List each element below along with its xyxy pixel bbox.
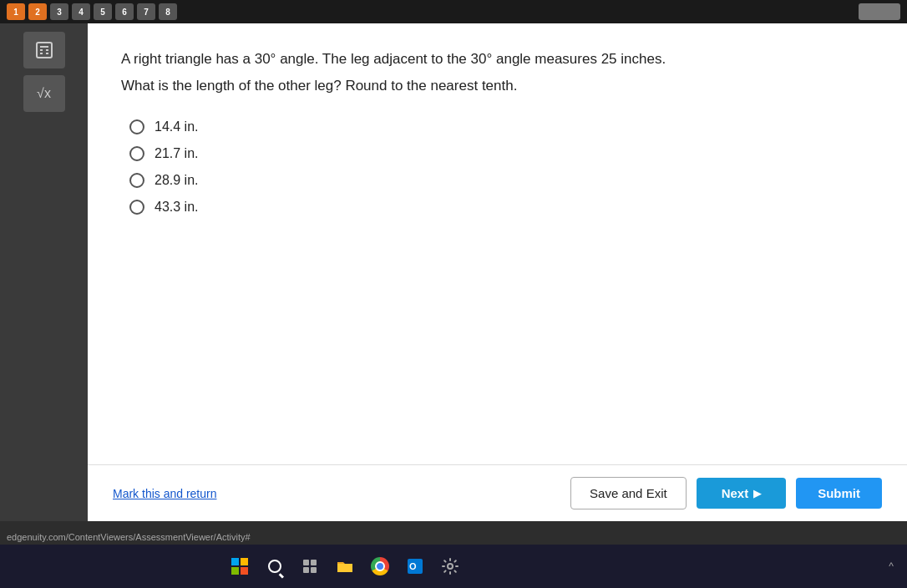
taskbar-icons: O: [226, 553, 464, 580]
bottom-bar: Mark this and return Save and Exit Next …: [88, 464, 907, 521]
start-button[interactable]: [226, 553, 253, 580]
outlook-button[interactable]: O: [402, 553, 428, 580]
radio-c[interactable]: [129, 173, 144, 188]
taskbar: O ^: [0, 545, 907, 588]
svg-point-12: [448, 564, 453, 569]
action-buttons: Save and Exit Next Submit: [570, 477, 882, 509]
save-exit-button[interactable]: Save and Exit: [570, 477, 687, 509]
chrome-icon: [371, 557, 389, 575]
mark-return-link[interactable]: Mark this and return: [113, 487, 217, 500]
option-c[interactable]: 28.9 in.: [129, 173, 874, 188]
left-sidebar: √x: [0, 23, 88, 521]
svg-rect-6: [303, 560, 309, 565]
option-c-label: 28.9 in.: [155, 173, 198, 188]
option-d-label: 43.3 in.: [155, 200, 198, 215]
option-b-label: 21.7 in.: [155, 146, 198, 161]
svg-rect-9: [311, 567, 317, 573]
svg-rect-0: [37, 43, 52, 58]
radio-d[interactable]: [129, 200, 144, 215]
win-cell-1: [231, 558, 239, 565]
url-bar: edgenuity.com/ContentViewers/AssessmentV…: [7, 532, 251, 542]
radio-a[interactable]: [129, 119, 144, 134]
toolbar-btn-7[interactable]: 7: [137, 3, 155, 20]
options-list: 14.4 in. 21.7 in. 28.9 in. 43.3 in.: [121, 119, 874, 215]
toolbar-btn-3[interactable]: 3: [50, 3, 68, 20]
question-line1: A right triangle has a 30° angle. The le…: [121, 48, 874, 70]
settings-button[interactable]: [437, 553, 464, 580]
next-button[interactable]: Next: [697, 478, 787, 509]
win-cell-3: [231, 567, 239, 575]
radio-b[interactable]: [129, 146, 144, 161]
toolbar-btn-6[interactable]: 6: [115, 3, 134, 20]
task-view-button[interactable]: [296, 553, 323, 580]
question-line2: What is the length of the other leg? Rou…: [121, 75, 874, 97]
question-area: A right triangle has a 30° angle. The le…: [88, 23, 907, 464]
svg-text:O: O: [409, 561, 417, 571]
toolbar-btn-8[interactable]: 8: [159, 3, 177, 20]
windows-icon: [231, 558, 248, 575]
svg-rect-7: [311, 560, 317, 565]
taskbar-chevron[interactable]: ^: [889, 560, 894, 572]
main-content: A right triangle has a 30° angle. The le…: [88, 23, 907, 521]
toolbar-btn-2[interactable]: 2: [28, 3, 47, 20]
win-cell-4: [241, 567, 248, 575]
option-a-label: 14.4 in.: [155, 119, 198, 134]
top-toolbar: 1 2 3 4 5 6 7 8: [0, 0, 907, 23]
svg-rect-8: [303, 567, 309, 573]
calculator-icon[interactable]: [23, 32, 65, 68]
submit-button[interactable]: Submit: [796, 478, 882, 509]
chrome-button[interactable]: [367, 553, 393, 580]
search-taskbar-button[interactable]: [261, 553, 288, 580]
search-icon: [268, 560, 281, 573]
win-cell-2: [241, 558, 248, 565]
toolbar-btn-4[interactable]: 4: [72, 3, 90, 20]
file-explorer-button[interactable]: [332, 553, 358, 580]
formula-icon[interactable]: √x: [23, 75, 65, 112]
option-b[interactable]: 21.7 in.: [129, 146, 874, 161]
toolbar-score: [859, 3, 900, 20]
toolbar-btn-5[interactable]: 5: [94, 3, 112, 20]
option-d[interactable]: 43.3 in.: [129, 200, 874, 215]
option-a[interactable]: 14.4 in.: [129, 119, 874, 134]
toolbar-btn-1[interactable]: 1: [7, 3, 25, 20]
